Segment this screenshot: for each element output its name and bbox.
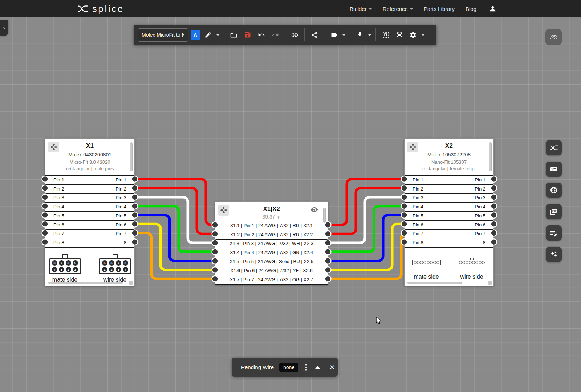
splice-tool-button[interactable]	[546, 140, 562, 155]
x2-vertical-scrollbar[interactable]	[489, 142, 492, 171]
pending-collapse-button[interactable]	[315, 366, 320, 369]
wire-right-7[interactable]	[328, 233, 406, 279]
wire-left-6[interactable]	[135, 224, 215, 270]
nav-item-parts-library[interactable]: Parts Library	[424, 6, 455, 12]
x2-resize-handle[interactable]	[488, 281, 492, 285]
marquee-select-button[interactable]	[379, 28, 391, 42]
wire-row-4[interactable]: X1.4 | Pin 4 | 24 AWG | 7/32 | GN | X2.4	[215, 248, 328, 257]
connector-tool-button[interactable]	[546, 162, 562, 177]
left-panel-toggle[interactable]: ›	[0, 20, 8, 36]
x1-pin-row-8[interactable]: Pin 88	[45, 238, 134, 248]
table-pin-left-dot-3[interactable]	[212, 240, 218, 246]
tag-menu-caret[interactable]	[342, 28, 346, 42]
save-button[interactable]	[241, 28, 253, 42]
x2-pin-row-6[interactable]: Pin 6Pin 6	[405, 221, 493, 230]
x2-pin-right-dot-1[interactable]	[491, 176, 497, 182]
x2-move-handle[interactable]	[407, 142, 418, 152]
wire-left-5[interactable]	[135, 215, 215, 261]
x2-pin-row-4[interactable]: Pin 4Pin 4	[405, 203, 493, 212]
x1-pin-right-dot-1[interactable]	[132, 176, 138, 182]
wire-row-5[interactable]: X1.5 | Pin 5 | 24 AWG | Solid | BU | X2.…	[215, 257, 328, 266]
share-button[interactable]	[308, 28, 320, 42]
wire-table-card[interactable]: X1|X2 39.37 in X1.1 | Pin 1 | 24 AWG | 7…	[215, 201, 328, 285]
x2-pin-left-dot-7[interactable]	[401, 230, 407, 236]
x1-pin-left-dot-5[interactable]	[42, 212, 48, 218]
x2-pin-right-dot-4[interactable]	[491, 203, 497, 209]
table-pin-right-dot-2[interactable]	[325, 231, 331, 237]
edit-pencil-button[interactable]	[202, 28, 214, 42]
x1-pin-left-dot-6[interactable]	[42, 221, 48, 227]
cable-tool-button[interactable]	[546, 183, 562, 198]
x2-pin-left-dot-5[interactable]	[401, 212, 407, 218]
x2-pin-row-1[interactable]: Pin 1Pin 1	[405, 176, 493, 185]
app-logo[interactable]: splice	[77, 4, 124, 14]
wire-left-4[interactable]	[135, 206, 215, 252]
x1-pin-right-dot-8[interactable]	[132, 239, 138, 245]
x2-pin-row-5[interactable]: Pin 5Pin 5	[405, 212, 493, 221]
table-pin-left-dot-4[interactable]	[212, 249, 218, 255]
x1-pin-right-dot-3[interactable]	[132, 194, 138, 200]
x1-pin-right-dot-4[interactable]	[132, 203, 138, 209]
account-button[interactable]	[489, 5, 497, 13]
x2-pin-row-3[interactable]: Pin 3Pin 3	[405, 194, 493, 203]
x2-pin-right-dot-5[interactable]	[491, 212, 497, 218]
wire-left-2[interactable]	[135, 188, 215, 234]
table-vertical-scrollbar[interactable]	[323, 208, 326, 223]
x1-pin-row-3[interactable]: Pin 3Pin 3	[45, 194, 134, 203]
wire-row-1[interactable]: X1.1 | Pin 1 | 24 AWG | 7/32 | RD | X2.1	[215, 221, 328, 230]
redo-button[interactable]	[269, 28, 281, 42]
pdf-tool-button[interactable]: PDF	[546, 204, 562, 219]
x2-pin-row-8[interactable]: Pin 88	[405, 238, 493, 248]
table-move-handle[interactable]	[218, 205, 229, 216]
table-visibility-button[interactable]	[310, 206, 318, 215]
x2-pin-row-7[interactable]: Pin 7Pin 7	[405, 230, 493, 239]
wire-left-3[interactable]	[135, 197, 215, 243]
x2-pin-left-dot-6[interactable]	[401, 221, 407, 227]
edit-menu-caret[interactable]	[216, 28, 220, 42]
collaborators-button[interactable]	[545, 29, 562, 45]
connector-card-x2[interactable]: X2 Molex 1053072208 Nano-Fit 105307 rect…	[404, 138, 494, 286]
x2-pin-left-dot-8[interactable]	[401, 239, 407, 245]
x1-pin-right-dot-7[interactable]	[132, 230, 138, 236]
share-link-button[interactable]	[289, 28, 301, 42]
settings-menu-caret[interactable]	[421, 28, 425, 42]
x1-pin-right-dot-6[interactable]	[132, 221, 138, 227]
x1-pin-left-dot-3[interactable]	[42, 194, 48, 200]
project-name-input[interactable]	[138, 28, 188, 42]
x1-pin-left-dot-8[interactable]	[42, 239, 48, 245]
x1-move-handle[interactable]	[48, 142, 59, 152]
canvas[interactable]: › A	[0, 17, 581, 392]
x2-pin-left-dot-2[interactable]	[401, 185, 407, 191]
table-pin-left-dot-2[interactable]	[212, 231, 218, 237]
table-pin-right-dot-3[interactable]	[325, 240, 331, 246]
x1-horizontal-scrollbar[interactable]	[48, 282, 123, 284]
connector-card-x1[interactable]: X1 Molex 0430200801 Micro-Fit 3.0 43020 …	[45, 138, 135, 286]
x1-pin-left-dot-7[interactable]	[42, 230, 48, 236]
notes-tool-button[interactable]	[546, 225, 562, 241]
table-pin-left-dot-7[interactable]	[212, 276, 218, 282]
wire-row-2[interactable]: X1.2 | Pin 2 | 24 AWG | 7/32 | RD | X2.2	[215, 230, 328, 240]
x2-pin-right-dot-2[interactable]	[491, 185, 497, 191]
x1-pin-row-6[interactable]: Pin 6Pin 6	[45, 221, 134, 230]
table-pin-left-dot-6[interactable]	[212, 267, 218, 273]
x1-pin-left-dot-1[interactable]	[42, 176, 48, 182]
nav-item-reference[interactable]: Reference	[383, 6, 413, 12]
x1-pin-row-2[interactable]: Pin 2Pin 2	[45, 185, 134, 194]
undo-button[interactable]	[255, 28, 267, 42]
x1-pin-left-dot-2[interactable]	[42, 185, 48, 191]
x1-pin-row-7[interactable]: Pin 7Pin 7	[45, 230, 134, 239]
pending-menu-button[interactable]	[304, 364, 308, 371]
download-button[interactable]	[354, 28, 366, 42]
x2-horizontal-scrollbar[interactable]	[407, 282, 462, 284]
table-pin-right-dot-4[interactable]	[325, 249, 331, 255]
pending-close-button[interactable]: ✕	[329, 363, 335, 371]
x2-pin-left-dot-4[interactable]	[401, 203, 407, 209]
x1-pin-row-4[interactable]: Pin 4Pin 4	[45, 203, 134, 212]
x2-pin-right-dot-7[interactable]	[491, 230, 497, 236]
x1-pin-right-dot-5[interactable]	[132, 212, 138, 218]
table-pin-right-dot-6[interactable]	[325, 267, 331, 273]
wire-left-1[interactable]	[135, 179, 215, 225]
x1-pin-right-dot-2[interactable]	[132, 185, 138, 191]
x1-pin-row-5[interactable]: Pin 5Pin 5	[45, 212, 134, 221]
x1-pin-row-1[interactable]: Pin 1Pin 1	[45, 176, 134, 185]
